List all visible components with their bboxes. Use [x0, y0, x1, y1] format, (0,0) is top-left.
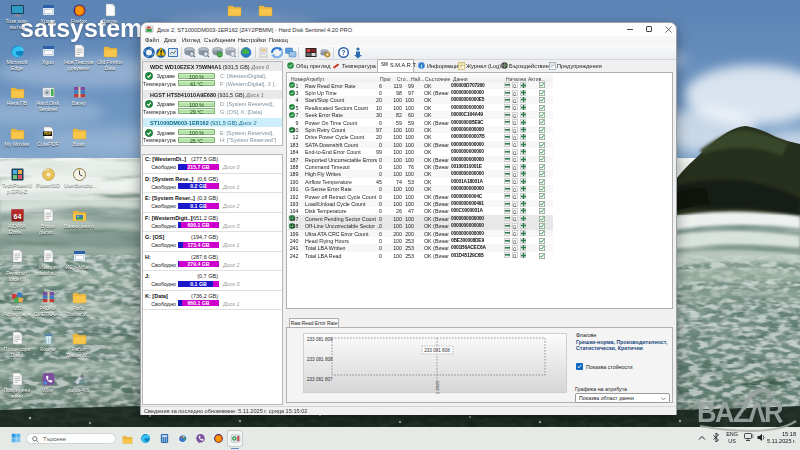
svg-text:5.11.2025: 5.11.2025 [435, 380, 440, 394]
svg-text:233 081 808: 233 081 808 [424, 348, 450, 353]
svg-text:PDF: PDF [44, 132, 52, 136]
svg-text:?: ? [341, 49, 345, 56]
svg-text:64: 64 [14, 213, 22, 220]
